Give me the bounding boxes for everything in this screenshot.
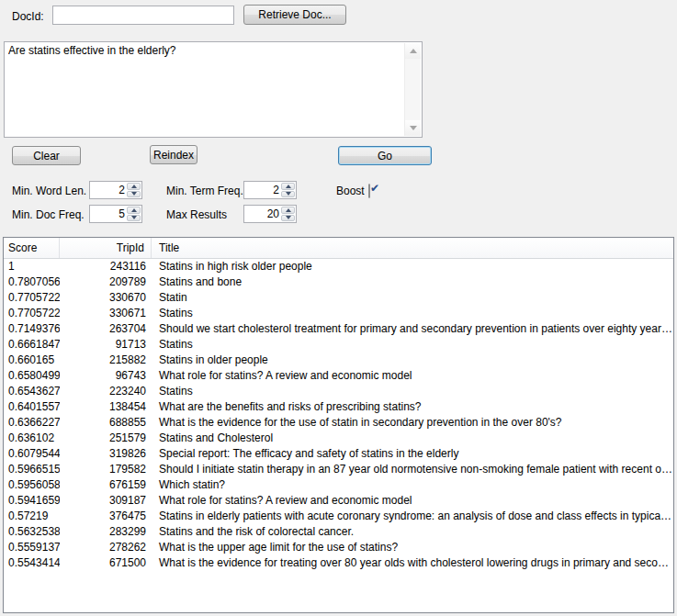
search-window: { "doc_section": { "label": "DocId:", "i… <box>0 0 677 616</box>
tripid-cell: 283299 <box>60 524 152 540</box>
title-cell: What role for statins? A review and econ… <box>152 493 673 509</box>
clear-button[interactable]: Clear <box>12 146 81 165</box>
table-row[interactable]: 0.7705722 330670 Statin <box>4 290 673 306</box>
tripid-cell: 96743 <box>60 368 152 384</box>
title-cell: Statins in high risk older people <box>152 259 673 274</box>
tripid-cell: 309187 <box>60 493 152 509</box>
retrieve-doc-button[interactable]: Retrieve Doc... <box>243 5 346 25</box>
score-cell: 0.636102 <box>4 431 60 446</box>
column-header-score[interactable]: Score <box>4 238 60 258</box>
score-cell: 0.6580499 <box>4 368 60 384</box>
table-row[interactable]: 0.5559137 278262 What is the upper age l… <box>4 540 673 555</box>
boost-checkbox[interactable]: ✔ <box>368 184 370 198</box>
docid-label: DocId: <box>12 10 44 23</box>
spin-up-icon[interactable] <box>281 183 295 190</box>
table-row[interactable]: 0.6543627 223240 Statins <box>4 384 673 399</box>
score-cell: 1 <box>4 259 60 274</box>
title-cell: Statins and bone <box>152 274 673 290</box>
go-button[interactable]: Go <box>338 146 432 165</box>
min-word-len-spinner[interactable]: 2 <box>89 181 142 199</box>
table-row[interactable]: 0.5632538 283299 Statins and the risk of… <box>4 524 673 540</box>
score-cell: 0.7807056 <box>4 274 60 290</box>
score-cell: 0.57219 <box>4 509 60 524</box>
min-term-freq-value: 2 <box>246 182 279 198</box>
results-listview[interactable]: Score TripId Title 1 243116 Statins in h… <box>3 237 674 613</box>
scroll-down-icon[interactable] <box>405 120 421 136</box>
tripid-cell: 676159 <box>60 477 152 493</box>
table-row[interactable]: 0.7807056 209789 Statins and bone <box>4 274 673 290</box>
min-doc-freq-label: Min. Doc Freq. <box>12 208 85 221</box>
table-row[interactable]: 0.57219 376475 Statins in elderly patien… <box>4 509 673 524</box>
tripid-cell: 330671 <box>60 306 152 321</box>
table-row[interactable]: 0.6401557 138454 What are the benefits a… <box>4 399 673 415</box>
tripid-cell: 319826 <box>60 446 152 462</box>
table-row[interactable]: 0.7149376 263704 Should we start cholest… <box>4 321 673 337</box>
reindex-button[interactable]: Reindex <box>150 145 197 164</box>
table-row[interactable]: 0.6580499 96743 What role for statins? A… <box>4 368 673 384</box>
min-word-len-label: Min. Word Len. <box>12 185 86 197</box>
title-cell: Which statin? <box>152 477 673 493</box>
min-doc-freq-spinner[interactable]: 5 <box>89 205 142 223</box>
score-cell: 0.7705722 <box>4 306 60 321</box>
query-scrollbar[interactable] <box>404 43 421 136</box>
score-cell: 0.5559137 <box>4 540 60 555</box>
spin-down-icon[interactable] <box>127 215 141 222</box>
results-body: 1 243116 Statins in high risk older peop… <box>4 259 673 571</box>
spin-down-icon[interactable] <box>281 215 295 222</box>
table-row[interactable]: 0.636102 251579 Statins and Cholesterol <box>4 431 673 446</box>
title-cell: Statins in older people <box>152 353 673 368</box>
title-cell: Statins and the risk of colorectal cance… <box>152 524 673 540</box>
title-cell: What role for statins? A review and econ… <box>152 368 673 384</box>
tripid-cell: 91713 <box>60 337 152 353</box>
min-term-freq-label: Min. Term Freq. <box>166 185 243 197</box>
score-cell: 0.5543414 <box>4 555 60 571</box>
column-header-tripid[interactable]: TripId <box>60 238 152 258</box>
spin-down-icon[interactable] <box>281 191 295 198</box>
scroll-up-icon[interactable] <box>405 43 421 59</box>
spin-up-icon[interactable] <box>127 207 141 214</box>
spin-down-icon[interactable] <box>127 191 141 198</box>
query-textarea[interactable]: Are statins effective in the elderly? <box>4 41 423 138</box>
title-cell: Should I initiate statin therapy in an 8… <box>152 462 673 477</box>
tripid-cell: 223240 <box>60 384 152 399</box>
check-icon: ✔ <box>370 182 379 195</box>
tripid-cell: 243116 <box>60 259 152 274</box>
title-cell: Statins in elderly patients with acute c… <box>152 509 673 524</box>
table-row[interactable]: 0.7705722 330671 Statins <box>4 306 673 321</box>
min-term-freq-spinner[interactable]: 2 <box>243 181 297 199</box>
max-results-label: Max Results <box>166 208 227 221</box>
tripid-cell: 278262 <box>60 540 152 555</box>
max-results-spinner[interactable]: 20 <box>243 205 297 223</box>
spin-up-icon[interactable] <box>281 207 295 214</box>
table-row[interactable]: 0.5543414 671500 What is the evidence fo… <box>4 555 673 571</box>
table-row[interactable]: 0.5956058 676159 Which statin? <box>4 477 673 493</box>
table-row[interactable]: 0.660165 215882 Statins in older people <box>4 353 673 368</box>
results-header: Score TripId Title <box>4 238 673 259</box>
docid-input[interactable] <box>52 6 234 25</box>
score-cell: 0.7149376 <box>4 321 60 337</box>
table-row[interactable]: 0.5966515 179582 Should I initiate stati… <box>4 462 673 477</box>
title-cell: Statins <box>152 384 673 399</box>
score-cell: 0.5941659 <box>4 493 60 509</box>
score-cell: 0.660165 <box>4 353 60 368</box>
column-header-title[interactable]: Title <box>152 238 673 258</box>
table-row[interactable]: 0.6661847 91713 Statins <box>4 337 673 353</box>
title-cell: Statins <box>152 337 673 353</box>
tripid-cell: 215882 <box>60 353 152 368</box>
title-cell: Statin <box>152 290 673 306</box>
table-row[interactable]: 0.5941659 309187 What role for statins? … <box>4 493 673 509</box>
score-cell: 0.5956058 <box>4 477 60 493</box>
title-cell: Statins and Cholesterol <box>152 431 673 446</box>
tripid-cell: 263704 <box>60 321 152 337</box>
min-word-len-value: 2 <box>92 182 125 198</box>
tripid-cell: 688855 <box>60 415 152 431</box>
table-row[interactable]: 0.6079544 319826 Special report: The eff… <box>4 446 673 462</box>
spin-up-icon[interactable] <box>127 183 141 190</box>
title-cell: Should we start cholesterol treatment fo… <box>152 321 673 337</box>
score-cell: 0.5966515 <box>4 462 60 477</box>
title-cell: What is the evidence for treating over 8… <box>152 555 673 571</box>
score-cell: 0.6543627 <box>4 384 60 399</box>
table-row[interactable]: 1 243116 Statins in high risk older peop… <box>4 259 673 274</box>
table-row[interactable]: 0.6366227 688855 What is the evidence fo… <box>4 415 673 431</box>
tripid-cell: 671500 <box>60 555 152 571</box>
